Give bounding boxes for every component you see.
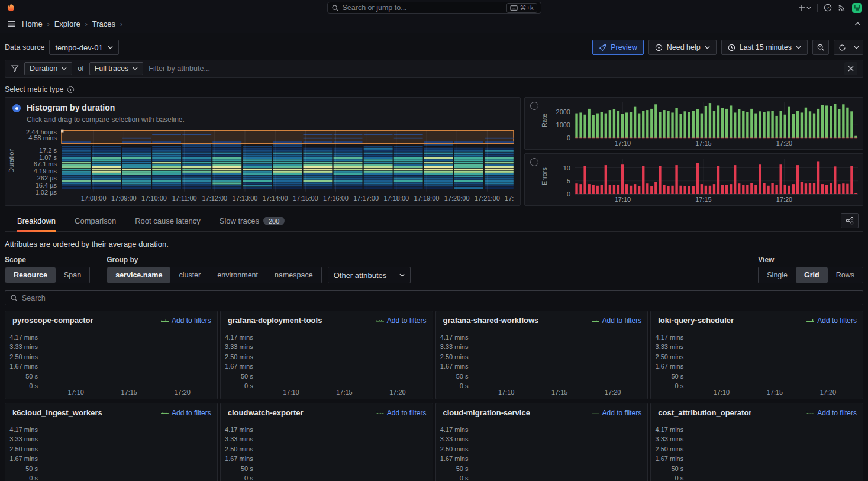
y-tick-label: 1000 [556, 121, 570, 128]
time-range-picker[interactable]: Last 15 minutes [721, 40, 808, 55]
y-tick-label: 10 [563, 164, 570, 172]
y-tick-label: 3.33 mins [440, 435, 469, 443]
tab-slow-traces[interactable]: Slow traces200 [219, 212, 286, 231]
add-to-filters-label: Add to filters [602, 409, 642, 417]
attribute-search[interactable] [5, 290, 863, 305]
add-to-filters-button[interactable]: Add to filters [376, 409, 427, 417]
breadcrumb-separator: › [120, 20, 122, 28]
filter-funnel-icon [11, 64, 19, 73]
x-tick-label: 17:10 [283, 389, 299, 396]
news-button[interactable] [838, 4, 846, 12]
service-duration-chart: 4.17 mins3.33 mins2.50 mins1.67 mins50 s… [5, 421, 211, 481]
add-to-filters-button[interactable]: Add to filters [592, 409, 642, 417]
help-button[interactable]: ? [824, 4, 832, 12]
refresh-interval-dropdown[interactable] [850, 40, 863, 55]
attribute-search-input[interactable] [22, 294, 858, 302]
service-duration-chart: 4.17 mins3.33 mins2.50 mins1.67 mins50 s… [651, 328, 857, 397]
view-option-single[interactable]: Single [759, 267, 796, 283]
y-tick-label: 50 s [456, 373, 469, 380]
tab-comparison[interactable]: Comparison [74, 212, 117, 231]
chevron-down-icon [854, 46, 859, 49]
x-tick-label: 17:20:00 [444, 195, 470, 202]
service-area-chart [42, 421, 211, 479]
rate-bar-chart [575, 101, 858, 139]
service-duration-chart: 4.17 mins3.33 mins2.50 mins1.67 mins50 s… [221, 328, 427, 397]
tab-breakdown[interactable]: Breakdown [17, 212, 56, 231]
other-attributes-select[interactable]: Other attributes [328, 267, 411, 283]
group-by-option-service-name[interactable]: service.name [107, 267, 170, 283]
y-tick-label: 2.50 mins [656, 446, 684, 453]
histogram-radio[interactable] [12, 104, 21, 112]
scope-option-resource[interactable]: Resource [5, 267, 56, 283]
preview-button[interactable]: Preview [592, 40, 643, 55]
x-tick-label: 17:20 [605, 389, 621, 396]
x-tick-label: 17:15 [767, 389, 783, 396]
global-search-input[interactable] [343, 4, 503, 12]
user-avatar[interactable] [852, 3, 862, 13]
breadcrumb-item-home[interactable]: Home [22, 20, 43, 28]
group-by-option-namespace[interactable]: namespace [266, 267, 321, 283]
y-tick-label: 0 s [675, 474, 684, 481]
mini-chart-x-axis: 17:1017:1517:20 [257, 387, 427, 397]
add-to-filters-label: Add to filters [602, 317, 642, 325]
view-option-rows[interactable]: Rows [828, 267, 863, 283]
info-icon[interactable] [67, 86, 75, 93]
add-to-filters-label: Add to filters [172, 317, 211, 325]
add-to-filters-button[interactable]: Add to filters [161, 317, 211, 325]
group-by-option-environment[interactable]: environment [209, 267, 266, 283]
new-menu-button[interactable] [798, 4, 811, 11]
heatmap-plot[interactable] [61, 128, 514, 193]
add-to-filters-button[interactable]: Add to filters [806, 317, 857, 325]
search-icon [331, 4, 339, 12]
y-tick-label: 1.07 s [39, 154, 57, 161]
zoom-out-button[interactable] [812, 40, 829, 55]
trace-type-select[interactable]: Full traces [89, 62, 144, 75]
rate-y-axis: 200010000 [548, 101, 575, 139]
clear-filters-button[interactable] [844, 62, 857, 75]
refresh-button[interactable] [834, 40, 850, 55]
y-tick-label: 67.1 ms [34, 160, 57, 167]
breadcrumb-item-explore[interactable]: Explore [54, 20, 80, 28]
duration-heatmap-chart[interactable] [61, 128, 514, 193]
mini-chart-y-axis: 4.17 mins3.33 mins2.50 mins1.67 mins50 s… [651, 421, 688, 479]
group-by-option-cluster[interactable]: cluster [170, 267, 209, 283]
collapse-section-button[interactable] [854, 22, 861, 26]
y-tick-label: 0 s [460, 382, 469, 389]
nav-divider [817, 4, 818, 12]
tab-root-cause-latency[interactable]: Root cause latency [134, 212, 201, 231]
rate-radio[interactable] [530, 102, 538, 110]
need-help-label: Need help [667, 43, 701, 51]
add-to-filters-button[interactable]: Add to filters [592, 317, 642, 325]
scope-option-span[interactable]: Span [56, 267, 89, 283]
service-panel-cloudwatch-exporter: cloudwatch-exporter Add to filters 4.17 … [220, 403, 433, 481]
view-option-grid[interactable]: Grid [796, 267, 828, 283]
breadcrumb-item-traces[interactable]: Traces [92, 20, 115, 28]
mini-chart-x-axis: 17:1017:1517:20 [473, 387, 642, 397]
add-to-filters-button[interactable]: Add to filters [161, 409, 211, 417]
add-to-filters-button[interactable]: Add to filters [806, 409, 857, 417]
plus-icon [798, 4, 805, 11]
y-tick-label: 17.2 s [39, 147, 57, 154]
service-title: pyroscope-compactor [12, 316, 93, 325]
y-tick-label: 1.67 mins [9, 455, 38, 462]
attribute-filter-input[interactable] [149, 64, 839, 73]
add-to-filters-button[interactable]: Add to filters [376, 317, 427, 325]
x-tick-label: 17:10 [67, 389, 84, 396]
share-button[interactable] [841, 213, 859, 228]
mega-menu-toggle[interactable] [7, 20, 16, 28]
errors-radio[interactable] [530, 158, 538, 166]
need-help-button[interactable]: Need help [648, 40, 717, 55]
rate-plot [575, 101, 858, 139]
duration-filter-label: Duration [30, 64, 57, 73]
chevron-down-icon [705, 46, 710, 49]
duration-filter-select[interactable]: Duration [24, 62, 72, 75]
x-tick-label: 17:15 [695, 140, 712, 147]
service-duration-chart: 4.17 mins3.33 mins2.50 mins1.67 mins50 s… [436, 328, 642, 397]
global-search[interactable]: ⌘+k [327, 2, 541, 14]
preview-label: Preview [611, 43, 637, 51]
datasource-select[interactable]: tempo-dev-01 [49, 40, 118, 55]
service-duration-chart: 4.17 mins3.33 mins2.50 mins1.67 mins50 s… [436, 421, 642, 481]
tab-bar: BreakdownComparisonRoot cause latencySlo… [17, 212, 285, 231]
mini-chart-plot [257, 328, 427, 387]
grafana-logo[interactable] [6, 3, 16, 13]
